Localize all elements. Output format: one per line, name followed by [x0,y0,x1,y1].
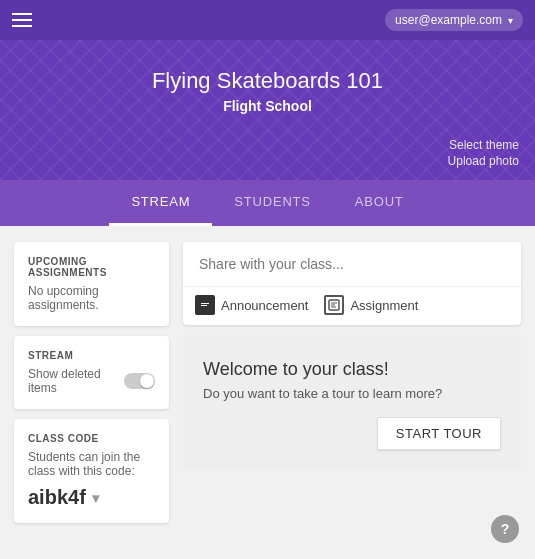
announcement-icon [195,295,215,315]
class-code-value: aibk4f ▾ [28,486,155,509]
class-code-chevron-icon[interactable]: ▾ [92,490,99,506]
share-input[interactable] [183,242,521,286]
share-box: Announcement Assignment [183,242,521,325]
class-code-card: CLASS CODE Students can join the class w… [14,419,169,523]
tab-students[interactable]: STUDENTS [212,180,332,226]
hero-actions: Select theme Upload photo [448,138,519,168]
right-area: Announcement Assignment Welcome to your … [183,242,521,470]
user-account-button[interactable]: user@example.com ▾ [385,9,523,31]
announcement-label: Announcement [221,298,308,313]
navigation-tabs: STREAM STUDENTS ABOUT [0,180,535,226]
course-title: Flying Skateboards 101 [20,68,515,94]
class-code-description: Students can join the class with this co… [28,450,155,478]
assignment-icon [324,295,344,315]
class-code-text: aibk4f [28,486,86,509]
sidebar: UPCOMING ASSIGNMENTS No upcoming assignm… [14,242,169,523]
assignment-label: Assignment [350,298,418,313]
tab-stream[interactable]: STREAM [109,180,212,226]
show-deleted-row: Show deleted items [28,367,155,395]
upcoming-assignments-card: UPCOMING ASSIGNMENTS No upcoming assignm… [14,242,169,326]
share-actions: Announcement Assignment [183,286,521,325]
main-content: UPCOMING ASSIGNMENTS No upcoming assignm… [0,226,535,539]
welcome-title: Welcome to your class! [203,359,389,380]
welcome-text: Do you want to take a tour to learn more… [203,386,442,401]
stream-card: STREAM Show deleted items [14,336,169,409]
show-deleted-label: Show deleted items [28,367,124,395]
upcoming-assignments-empty: No upcoming assignments. [28,284,155,312]
select-theme-link[interactable]: Select theme [449,138,519,152]
start-tour-button[interactable]: START TOUR [377,417,501,450]
hamburger-menu[interactable] [12,13,32,27]
user-email: user@example.com [395,13,502,27]
upload-photo-link[interactable]: Upload photo [448,154,519,168]
hero-banner: Flying Skateboards 101 Flight School Sel… [0,40,535,180]
help-button[interactable]: ? [491,515,519,543]
top-bar: user@example.com ▾ [0,0,535,40]
announcement-button[interactable]: Announcement [195,295,308,315]
course-subtitle: Flight School [20,98,515,114]
chevron-down-icon: ▾ [508,15,513,26]
show-deleted-toggle[interactable] [124,373,155,389]
stream-card-title: STREAM [28,350,155,361]
upcoming-assignments-title: UPCOMING ASSIGNMENTS [28,256,155,278]
welcome-card: Welcome to your class! Do you want to ta… [183,335,521,470]
class-code-title: CLASS CODE [28,433,155,444]
toggle-knob [140,374,154,388]
assignment-button[interactable]: Assignment [324,295,418,315]
tab-about[interactable]: ABOUT [333,180,426,226]
